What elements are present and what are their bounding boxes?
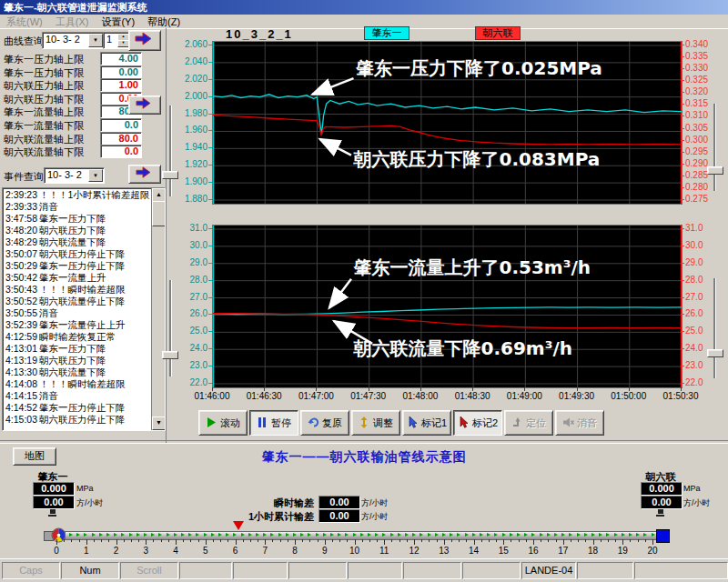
event-query-submit-button[interactable]: [128, 165, 161, 184]
slider-handle[interactable]: [162, 351, 178, 359]
event-row[interactable]: 3:50:07朝六联压力停止下降: [4, 248, 151, 260]
toolbar-button-cursor-blue[interactable]: 标记1: [402, 410, 451, 436]
event-row[interactable]: 3:50:52朝六联流量停止下降: [4, 296, 151, 307]
time-axis-tick: [577, 387, 578, 391]
ruler-label: 9: [311, 546, 339, 556]
flow-direction-icon: [248, 533, 252, 537]
event-row[interactable]: 2:39:33消音: [4, 201, 151, 213]
event-time: 3:52:39: [4, 319, 39, 331]
ruler-tick: [355, 539, 356, 545]
status-cell: [577, 562, 633, 579]
event-row[interactable]: 3:52:39肇东一流量停止上升: [4, 319, 151, 331]
event-time: 3:47:58: [4, 213, 39, 225]
axis-limit-input[interactable]: 4.00: [100, 52, 142, 65]
event-row[interactable]: 3:50:42肇东一流量上升: [4, 272, 151, 284]
right-axis-tick-label: 31.0: [685, 224, 722, 233]
ruler-tick: [325, 539, 326, 545]
menu-item[interactable]: 帮助(Z): [141, 15, 187, 28]
event-row[interactable]: 4:13:30朝六联流量下降: [4, 366, 151, 378]
ruler-label: 12: [400, 546, 428, 556]
axis-scale-slider[interactable]: [713, 278, 716, 378]
slider-handle[interactable]: [707, 166, 723, 175]
ruler-tick: [377, 539, 378, 542]
event-row[interactable]: 4:15:03朝六联压力停止下降: [4, 414, 151, 426]
event-row[interactable]: 3:50:55消音: [4, 307, 151, 319]
toolbar-button-label: 标记1: [421, 416, 447, 430]
flow-direction-icon: [375, 533, 379, 537]
scroll-down-icon[interactable]: ▼: [152, 416, 166, 430]
event-row[interactable]: 3:47:58肇东一压力下降: [4, 213, 151, 225]
axis-limits-apply-button[interactable]: [128, 95, 161, 115]
menu-item[interactable]: 设置(Y): [95, 15, 141, 28]
left-axis-tick-label: 2.020: [173, 75, 207, 84]
axis-limit-input[interactable]: 0.0: [100, 118, 142, 132]
left-panel: 曲线查询 10- 3- 2 ▼ 1 ▲ ▼ 肇东一压力轴上限4.00肇东一压力轴…: [0, 28, 167, 443]
event-query-label: 事件查询: [4, 170, 44, 184]
toolbar-button-pause[interactable]: 暂停: [249, 410, 298, 436]
right-axis-tick-label: 0.315: [685, 99, 722, 108]
slider-handle[interactable]: [707, 349, 723, 357]
axis-scale-slider[interactable]: [169, 105, 172, 196]
axis-limit-input[interactable]: 0.0: [100, 145, 142, 158]
ruler-label: 11: [370, 546, 398, 556]
event-row[interactable]: 2:39:23！！！1小时累计输差超限: [4, 189, 151, 201]
axis-limit-input[interactable]: 1.00: [100, 78, 142, 92]
time-axis-tick-label: 01:49:00: [495, 392, 553, 401]
toolbar-button-cursor-red[interactable]: 标记2: [453, 410, 502, 436]
event-text: ！！！瞬时输差超限: [39, 378, 126, 390]
flow-chart-plot[interactable]: 肇东一流量上升了0.53m³/h朝六联流量下降0.69m³/h: [212, 225, 682, 388]
curve-index-spinner[interactable]: 1 ▲ ▼: [103, 32, 131, 49]
chevron-down-icon[interactable]: ▼: [88, 34, 103, 47]
ruler-label: 2: [103, 546, 130, 556]
event-row[interactable]: 4:12:59瞬时输差恢复正常: [4, 331, 151, 343]
ruler-tick: [258, 539, 258, 542]
event-row[interactable]: 4:14:08！！！瞬时输差超限: [4, 378, 151, 390]
axis-limit-input[interactable]: 80.0: [100, 132, 142, 146]
status-cell: [462, 562, 521, 579]
event-time: 4:14:08: [4, 378, 39, 390]
ruler-tick: [511, 539, 511, 542]
event-row[interactable]: 3:50:29肇东一压力停止下降: [4, 260, 151, 272]
cursor-blue-icon: [407, 416, 419, 430]
map-button[interactable]: 地图: [13, 447, 56, 466]
event-row[interactable]: 4:13:01肇东一压力下降: [4, 343, 151, 355]
scrollbar-thumb[interactable]: [152, 201, 166, 226]
axis-limit-input[interactable]: 0.00: [100, 65, 142, 79]
pressure-chart-plot[interactable]: 肇东一压力下降了0.025MPa朝六联压力下降了0.083MPa: [212, 41, 682, 205]
event-row[interactable]: 4:14:15消音: [4, 390, 151, 402]
event-row[interactable]: 3:48:29朝六联流量下降: [4, 236, 151, 248]
menu-item[interactable]: 系统(W): [0, 15, 49, 28]
toolbar-button-play[interactable]: 滚动: [198, 410, 248, 436]
flow-direction-icon: [435, 533, 439, 537]
locate-icon: [511, 416, 523, 430]
event-row[interactable]: 4:14:52肇东一压力停止下降: [4, 402, 151, 414]
menu-item[interactable]: 工具(X): [49, 15, 96, 28]
event-row[interactable]: 3:48:20朝六联压力下降: [4, 225, 151, 236]
flow-unit-left: 方/小时: [76, 497, 104, 509]
flow-direction-icon: [577, 533, 581, 537]
status-cell-num: Num: [61, 562, 119, 579]
left-axis-tick: [208, 348, 212, 349]
chevron-down-icon[interactable]: ▼: [88, 169, 103, 182]
event-query-combo[interactable]: 10- 3- 2 ▼: [44, 167, 105, 184]
right-axis-tick: [681, 199, 684, 200]
toolbar-button-adjust[interactable]: 调整: [351, 410, 400, 436]
left-axis-tick: [208, 228, 212, 229]
event-list-scrollbar[interactable]: ▲ ▼: [151, 188, 165, 430]
time-axis-tick: [629, 387, 630, 391]
axis-scale-slider[interactable]: [713, 104, 716, 191]
curve-query-submit-button[interactable]: [128, 30, 161, 51]
hour-diff-label: 1小时累计输差: [209, 510, 314, 524]
ruler-tick: [481, 539, 482, 542]
flow-direction-icon: [554, 533, 558, 537]
adjust-icon: [359, 416, 370, 430]
ruler-tick: [652, 539, 653, 545]
event-row[interactable]: 4:13:19朝六联压力下降: [4, 355, 151, 366]
scroll-up-icon[interactable]: ▲: [152, 188, 166, 202]
toolbar-button-undo[interactable]: 复原: [300, 410, 349, 436]
axis-scale-slider[interactable]: [169, 280, 172, 376]
event-row[interactable]: 3:50:43！！！瞬时输差超限: [4, 284, 151, 296]
left-axis-tick-label: 2.060: [173, 40, 207, 49]
curve-query-combo[interactable]: 10- 3- 2 ▼: [42, 32, 105, 49]
slider-handle[interactable]: [162, 171, 178, 179]
